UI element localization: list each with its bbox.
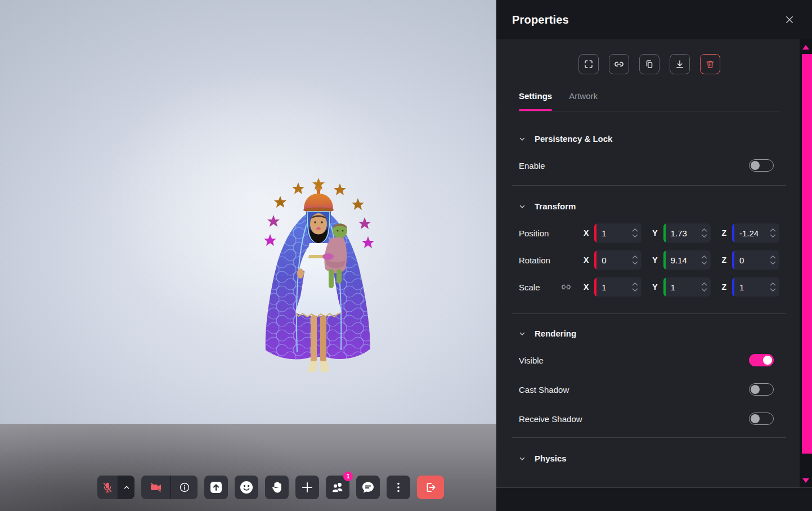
section-title: Rendering <box>535 329 576 338</box>
step-up-icon <box>701 228 707 232</box>
rotation-z-stepper[interactable] <box>770 250 776 270</box>
tab-artwork[interactable]: Artwork <box>569 91 598 102</box>
duplicate-button[interactable] <box>639 54 660 74</box>
rotation-row: Rotation X Y <box>519 250 779 270</box>
position-z-stepper[interactable] <box>770 223 776 243</box>
position-x-stepper[interactable] <box>632 223 638 243</box>
share-screen-button[interactable] <box>204 476 228 499</box>
copy-icon <box>644 59 654 69</box>
scale-label-group: Scale <box>519 281 573 293</box>
position-y-field <box>663 223 711 243</box>
kebab-icon <box>392 481 405 494</box>
step-down-icon <box>632 261 638 265</box>
rotation-x-stepper[interactable] <box>632 250 638 270</box>
axis-x-label: X <box>584 283 589 292</box>
panel-scrollbar[interactable] <box>800 39 812 487</box>
3d-viewport[interactable]: 1 <box>0 0 496 511</box>
step-up-icon <box>770 228 776 232</box>
step-up-icon <box>770 255 776 259</box>
scale-z-field <box>732 277 779 297</box>
microphone-muted-icon <box>101 481 114 494</box>
axis-y-label: Y <box>652 283 657 292</box>
properties-panel: Properties <box>496 0 812 511</box>
cast-shadow-toggle[interactable] <box>749 383 774 396</box>
receive-shadow-label: Receive Shadow <box>519 414 582 424</box>
participants-badge: 1 <box>343 472 353 481</box>
tab-settings[interactable]: Settings <box>519 91 552 102</box>
section-persistency-lock[interactable]: Persistency & Lock <box>519 134 779 144</box>
section-title: Physics <box>535 454 567 463</box>
step-down-icon <box>770 261 776 265</box>
object-action-row <box>519 54 779 74</box>
hand-raise-button[interactable] <box>265 476 289 499</box>
position-z-group: Z <box>711 223 779 243</box>
scale-link-toggle[interactable] <box>560 281 572 293</box>
scale-y-stepper[interactable] <box>701 277 707 297</box>
participants-button[interactable]: 1 <box>326 476 349 499</box>
more-options-button[interactable] <box>387 476 410 499</box>
section-physics[interactable]: Physics <box>519 454 779 463</box>
copy-link-button[interactable] <box>609 54 629 74</box>
position-x-field <box>594 223 641 243</box>
scale-x-group: X <box>573 277 641 297</box>
scale-z-stepper[interactable] <box>770 277 776 297</box>
emoji-button[interactable] <box>235 476 258 499</box>
rotation-y-group: Y <box>641 250 710 270</box>
enable-toggle[interactable] <box>749 159 774 172</box>
scroll-down-arrow-icon[interactable] <box>802 478 809 483</box>
step-down-icon <box>770 288 776 292</box>
scale-x-stepper[interactable] <box>632 277 638 297</box>
step-up-icon <box>770 282 776 286</box>
leave-button[interactable] <box>417 476 444 499</box>
position-y-stepper[interactable] <box>701 223 707 243</box>
download-button[interactable] <box>670 54 690 74</box>
statue-3d-object[interactable] <box>252 174 377 376</box>
axis-z-label: Z <box>721 283 726 292</box>
step-up-icon <box>701 255 707 259</box>
add-button[interactable] <box>295 476 319 499</box>
receive-shadow-toggle[interactable] <box>749 413 774 425</box>
close-icon <box>784 15 795 25</box>
axis-y-label: Y <box>652 256 657 265</box>
section-transform[interactable]: Transform <box>519 201 779 211</box>
panel-tabs: Settings Artwork <box>519 91 779 111</box>
scrollbar-thumb[interactable] <box>802 54 812 454</box>
rotation-x-group: X <box>573 250 641 270</box>
panel-header: Properties <box>496 0 812 39</box>
delete-button[interactable] <box>700 54 720 74</box>
exit-icon <box>424 481 437 494</box>
microphone-muted-button[interactable] <box>97 476 118 499</box>
toggle-knob <box>751 161 760 170</box>
trash-icon <box>705 59 715 69</box>
position-row: Position X Y <box>519 223 779 243</box>
axis-z-label: Z <box>721 228 726 237</box>
receive-shadow-row: Receive Shadow <box>519 413 779 425</box>
panel-footer <box>496 487 812 511</box>
rotation-y-stepper[interactable] <box>701 250 707 270</box>
microphone-options-button[interactable] <box>118 476 134 499</box>
microphone-group <box>97 476 134 499</box>
step-up-icon <box>701 282 707 286</box>
camera-off-button[interactable] <box>141 476 171 499</box>
people-icon <box>330 480 345 495</box>
spatial-editor-app: 1 Properties <box>0 0 812 511</box>
section-rendering[interactable]: Rendering <box>519 329 779 338</box>
close-panel-button[interactable] <box>782 12 797 28</box>
info-icon <box>179 482 190 493</box>
chevron-down-icon <box>519 203 526 210</box>
rotation-label: Rotation <box>519 256 573 265</box>
toggle-knob <box>751 385 760 394</box>
chat-button[interactable] <box>356 476 380 499</box>
rotation-y-field <box>663 250 711 270</box>
step-down-icon <box>701 288 707 292</box>
link-icon <box>613 59 625 70</box>
visible-toggle[interactable] <box>749 354 774 366</box>
info-button[interactable] <box>171 476 198 499</box>
cast-shadow-label: Cast Shadow <box>519 385 569 395</box>
scroll-up-arrow-icon[interactable] <box>802 45 809 50</box>
section-title: Transform <box>535 201 576 211</box>
section-title: Persistency & Lock <box>535 134 612 144</box>
focus-object-button[interactable] <box>578 54 599 74</box>
enable-label: Enable <box>519 161 545 171</box>
bottom-toolbar: 1 <box>97 476 444 499</box>
